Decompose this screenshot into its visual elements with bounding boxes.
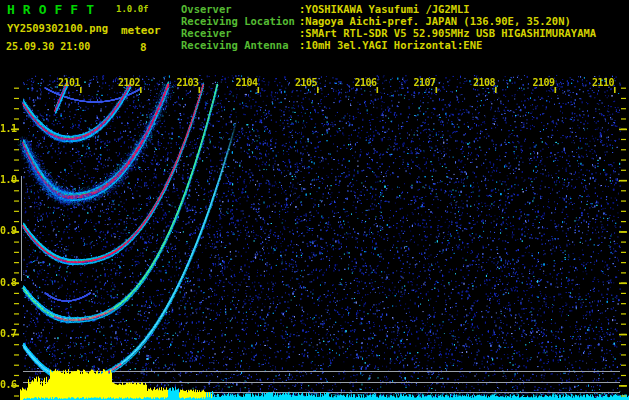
- info-value-antenna: :10mH 3el.YAGI Horizontal:ENE: [299, 40, 482, 51]
- info-label-observer: Ovserver: [181, 4, 232, 15]
- freq-label-1.1: 1.1: [0, 124, 14, 134]
- app-title: HROFFT: [7, 3, 102, 16]
- freq-label-0.9: 0.9: [0, 226, 14, 236]
- time-label-2110: 2110: [592, 78, 614, 88]
- freq-label-0.8: 0.8: [0, 278, 14, 288]
- time-label-2108: 2108: [473, 78, 495, 88]
- output-filename: YY2509302100.png: [7, 23, 108, 34]
- mode-label: meteor: [121, 25, 161, 36]
- time-label-2107: 2107: [413, 78, 435, 88]
- time-label-2103: 2103: [176, 78, 198, 88]
- time-label-2104: 2104: [235, 78, 257, 88]
- time-label-2105: 2105: [295, 78, 317, 88]
- hrofft-window: HROFFT 1.0.0f YY2509302100.png meteor 25…: [0, 0, 629, 400]
- info-value-observer: :YOSHIKAWA Yasufumi /JG2MLI: [299, 4, 470, 15]
- frame-datetime: 25.09.30 21:00: [6, 42, 90, 52]
- info-value-location: :Nagoya Aichi-pref. JAPAN (136.90E, 35.2…: [299, 16, 571, 27]
- spectrogram-canvas: [0, 75, 629, 400]
- info-label-antenna: Receiving Antenna: [181, 40, 288, 51]
- time-label-2101: 2101: [58, 78, 80, 88]
- freq-label-1.0: 1.0: [0, 175, 14, 185]
- time-label-2106: 2106: [354, 78, 376, 88]
- time-label-2109: 2109: [532, 78, 554, 88]
- meteor-count: 8: [140, 42, 147, 53]
- app-version: 1.0.0f: [116, 5, 149, 14]
- info-value-receiver: :SMArt RTL-SDR V5 52.905MHz USB HIGASHIM…: [299, 28, 596, 39]
- info-label-location: Receiving Location: [181, 16, 295, 27]
- time-label-2102: 2102: [118, 78, 140, 88]
- info-label-receiver: Receiver: [181, 28, 232, 39]
- freq-label-0.7: 0.7: [0, 329, 14, 339]
- freq-label-0.6: 0.6: [0, 380, 14, 390]
